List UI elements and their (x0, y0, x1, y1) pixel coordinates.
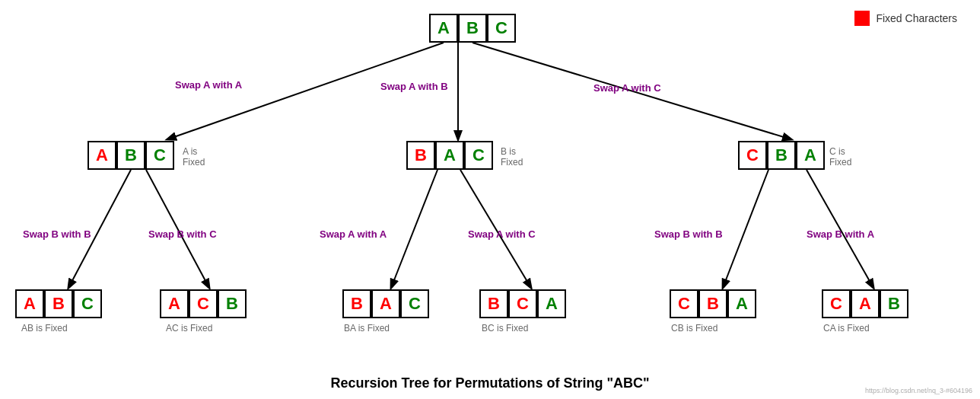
main-container: Fixed Characters A B C A (0, 0, 980, 399)
legend-text: Fixed Characters (876, 12, 957, 24)
svg-line-5 (391, 170, 438, 288)
root-char-a: A (429, 14, 458, 43)
l1-left-char-a: A (88, 141, 116, 170)
l2-2-char-b: B (342, 289, 371, 318)
l1-right-node: C B A (738, 141, 825, 170)
l2-1-char-c: C (189, 289, 218, 318)
swap-label-ba: Swap B with A (807, 228, 874, 240)
root-char-c: C (487, 14, 516, 43)
l1-center-char-c: C (464, 141, 493, 170)
swap-label-bb: Swap B with B (23, 228, 91, 240)
root-node: A B C (429, 14, 516, 43)
l2-0-char-a: A (15, 289, 44, 318)
l2-3-char-c: C (508, 289, 537, 318)
l2-5-char-c: C (822, 289, 851, 318)
legend-red-box (854, 11, 870, 26)
l1-center-char-b: B (406, 141, 435, 170)
l2-2-fixed-label: BA is Fixed (344, 323, 390, 334)
l1-left-char-b: B (116, 141, 145, 170)
arrows-svg (0, 0, 980, 399)
swap-label-aa2: Swap A with A (320, 228, 387, 240)
l2-5-char-a: A (851, 289, 880, 318)
swap-label-bc: Swap B with C (148, 228, 217, 240)
l1-left-node: A B C (88, 141, 174, 170)
l2-1-fixed-label: AC is Fixed (166, 323, 212, 334)
swap-label-ab: Swap A with B (380, 81, 448, 92)
l2-3-fixed-label: BC is Fixed (482, 323, 528, 334)
l1-right-char-a: A (796, 141, 825, 170)
l2-0-char-b: B (44, 289, 73, 318)
l2-0-fixed-label: AB is Fixed (21, 323, 68, 334)
l2-1-char-a: A (160, 289, 189, 318)
l1-right-char-b: B (767, 141, 796, 170)
l2-3-char-a: A (537, 289, 566, 318)
l2-4-char-a: A (727, 289, 756, 318)
l1-left-char-c: C (145, 141, 174, 170)
l2-3-node: B C A (479, 289, 566, 318)
l2-3-char-b: B (479, 289, 508, 318)
l2-4-node: C B A (670, 289, 756, 318)
watermark: https://blog.csdn.net/nq_3-#604196 (865, 387, 972, 394)
l2-2-char-a: A (371, 289, 400, 318)
page-title: Recursion Tree for Permutations of Strin… (330, 375, 649, 391)
svg-line-7 (723, 170, 768, 288)
l2-4-char-b: B (698, 289, 727, 318)
l2-5-fixed-label: CA is Fixed (823, 323, 870, 334)
swap-label-bb2: Swap B with B (654, 228, 723, 240)
l2-1-node: A C B (160, 289, 247, 318)
root-char-b: B (458, 14, 487, 43)
l1-right-char-c: C (738, 141, 767, 170)
l1-center-node: B A C (406, 141, 493, 170)
swap-label-ac2: Swap A with C (468, 228, 536, 240)
legend: Fixed Characters (854, 11, 957, 26)
l2-0-node: A B C (15, 289, 102, 318)
swap-label-aa: Swap A with A (175, 79, 242, 91)
l1-center-fixed-label: B isFixed (501, 146, 523, 168)
l1-right-fixed-label: C isFixed (829, 146, 851, 168)
l2-5-node: C A B (822, 289, 908, 318)
l2-2-char-c: C (400, 289, 429, 318)
swap-label-ac: Swap A with C (593, 82, 661, 94)
l2-1-char-b: B (218, 289, 247, 318)
l2-2-node: B A C (342, 289, 429, 318)
l2-4-char-c: C (670, 289, 698, 318)
l2-5-char-b: B (880, 289, 908, 318)
l1-center-char-a: A (435, 141, 464, 170)
l2-0-char-c: C (73, 289, 102, 318)
l2-4-fixed-label: CB is Fixed (671, 323, 718, 334)
l1-left-fixed-label: A isFixed (183, 146, 205, 168)
